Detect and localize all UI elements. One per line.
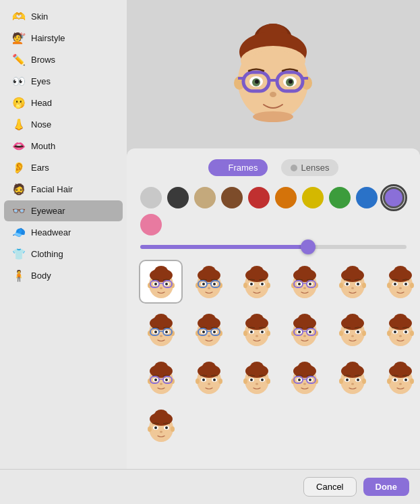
emoji-cell-1[interactable] — [187, 260, 231, 304]
head-icon: 🫢 — [12, 96, 26, 109]
sidebar-item-hairstyle[interactable]: 💇 Hairstyle — [4, 28, 123, 49]
svg-point-69 — [303, 287, 306, 289]
tabs-row: Frames Lenses — [138, 159, 409, 176]
face-svg-8 — [239, 312, 274, 347]
svg-point-44 — [202, 283, 205, 285]
sidebar-item-head[interactable]: 🫢 Head — [4, 92, 123, 113]
color-swatch-orange[interactable] — [275, 187, 297, 208]
brows-icon: ✏️ — [12, 53, 26, 66]
sidebar-item-headwear[interactable]: 🧢 Headwear — [4, 222, 123, 243]
emoji-cell-6[interactable] — [139, 308, 183, 352]
done-button[interactable]: Done — [363, 478, 410, 496]
svg-point-68 — [309, 283, 311, 285]
emoji-cell-9[interactable] — [282, 308, 326, 352]
svg-point-171 — [160, 383, 162, 385]
sidebar-label-brows: Brows — [31, 55, 55, 65]
sidebar-item-clothing[interactable]: 👕 Clothing — [4, 244, 123, 264]
color-swatch-light-gray[interactable] — [140, 187, 162, 208]
face-svg-2 — [239, 264, 274, 300]
face-svg-17 — [383, 360, 418, 395]
sidebar-item-body[interactable]: 🧍 Body — [4, 265, 123, 286]
emoji-cell-2[interactable] — [235, 260, 278, 304]
svg-point-142 — [339, 331, 343, 336]
emoji-cell-7[interactable] — [187, 308, 231, 352]
svg-point-115 — [208, 335, 210, 337]
options-panel: Frames Lenses — [127, 148, 420, 469]
color-swatch-brown[interactable] — [221, 187, 243, 208]
emoji-cell-12[interactable] — [139, 356, 183, 399]
emoji-cell-8[interactable] — [235, 308, 278, 352]
color-swatch-red[interactable] — [248, 187, 270, 208]
face-svg-5 — [383, 264, 418, 300]
face-svg-9 — [287, 312, 322, 347]
svg-point-222 — [394, 379, 396, 381]
svg-point-169 — [154, 379, 157, 381]
svg-point-74 — [362, 283, 366, 288]
svg-point-5 — [238, 49, 308, 117]
svg-point-137 — [309, 331, 311, 333]
face-svg-18 — [144, 408, 179, 443]
svg-point-50 — [243, 283, 247, 288]
tab-lenses[interactable]: Lenses — [281, 159, 339, 176]
color-swatch-dark-gray[interactable] — [167, 187, 189, 208]
skin-icon: 🫶 — [12, 10, 26, 23]
emoji-cell-3[interactable] — [282, 260, 326, 304]
emoji-cell-14[interactable] — [235, 356, 278, 399]
emoji-cell-15[interactable] — [282, 356, 326, 399]
sidebar-item-skin[interactable]: 🫶 Skin — [4, 6, 123, 27]
svg-point-143 — [362, 331, 366, 336]
sidebar-item-mouth[interactable]: 👄 Mouth — [4, 136, 123, 157]
emoji-cell-16[interactable] — [330, 356, 374, 399]
emoji-cell-17[interactable] — [378, 356, 420, 399]
emoji-cell-0[interactable] — [139, 260, 183, 304]
content-area: Frames Lenses — [127, 0, 420, 469]
emoji-cell-4[interactable] — [330, 260, 374, 304]
cancel-button[interactable]: Cancel — [303, 477, 356, 497]
color-swatch-purple[interactable] — [383, 187, 404, 208]
color-swatches — [138, 187, 409, 235]
avatar-preview — [223, 17, 324, 132]
tab-lenses-label: Lenses — [301, 163, 330, 173]
hairstyle-icon: 💇 — [12, 32, 26, 45]
sidebar-item-nose[interactable]: 👃 Nose — [4, 114, 123, 135]
color-swatch-yellow[interactable] — [302, 187, 324, 208]
mouth-icon: 👄 — [12, 140, 26, 152]
face-svg-15 — [287, 360, 322, 395]
svg-point-208 — [339, 379, 343, 384]
facial-hair-icon: 🧔 — [12, 183, 26, 196]
svg-point-223 — [404, 379, 407, 381]
svg-point-77 — [346, 283, 349, 285]
slider-track[interactable] — [140, 245, 407, 249]
svg-point-18 — [289, 80, 293, 84]
color-swatch-green[interactable] — [329, 187, 351, 208]
tab-frames[interactable]: Frames — [208, 159, 268, 176]
headwear-icon: 🧢 — [12, 226, 26, 239]
clothing-icon: 👕 — [12, 248, 26, 260]
svg-point-147 — [357, 331, 359, 333]
emoji-cell-10[interactable] — [330, 308, 374, 352]
svg-point-228 — [148, 426, 152, 432]
emoji-cell-11[interactable] — [378, 308, 420, 352]
nose-icon: 👃 — [12, 118, 26, 131]
svg-point-157 — [404, 331, 407, 333]
eyes-icon: 👀 — [12, 75, 26, 88]
svg-point-234 — [160, 430, 162, 432]
emoji-cell-18[interactable] — [139, 403, 183, 447]
sidebar-item-brows[interactable]: ✏️ Brows — [4, 49, 123, 70]
sidebar-item-facial-hair[interactable]: 🧔 Facial Hair — [4, 179, 123, 200]
emoji-cell-5[interactable] — [378, 260, 420, 304]
sidebar-label-headwear: Headwear — [31, 227, 71, 237]
color-swatch-tan[interactable] — [194, 187, 216, 208]
main-container: 🫶 Skin 💇 Hairstyle ✏️ Brows 👀 Eyes 🫢 Hea… — [0, 0, 420, 469]
color-swatch-blue[interactable] — [356, 187, 378, 208]
svg-point-87 — [394, 283, 396, 285]
svg-point-229 — [171, 426, 175, 432]
emoji-cell-13[interactable] — [187, 356, 231, 399]
sidebar-item-eyes[interactable]: 👀 Eyes — [4, 71, 123, 92]
svg-point-84 — [410, 283, 414, 288]
color-swatch-pink[interactable] — [140, 214, 162, 235]
slider-thumb[interactable] — [301, 240, 316, 254]
sidebar-item-eyewear[interactable]: 👓 Eyewear — [4, 200, 123, 221]
sidebar-item-ears[interactable]: 👂 Ears — [4, 157, 123, 178]
svg-point-185 — [243, 379, 247, 384]
